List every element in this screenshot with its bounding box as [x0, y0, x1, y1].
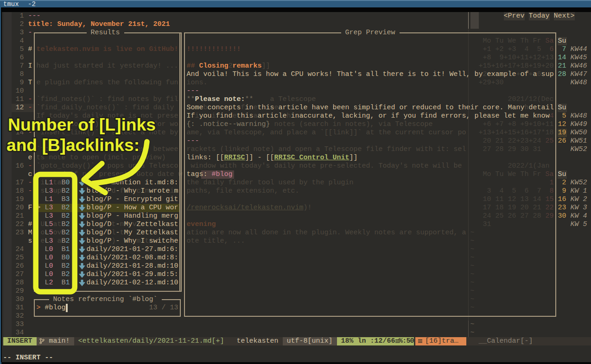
svg-text:Number of [L]inks: Number of [L]inks: [8, 115, 156, 134]
svg-text:and [B]acklinks:: and [B]acklinks:: [6, 135, 140, 155]
